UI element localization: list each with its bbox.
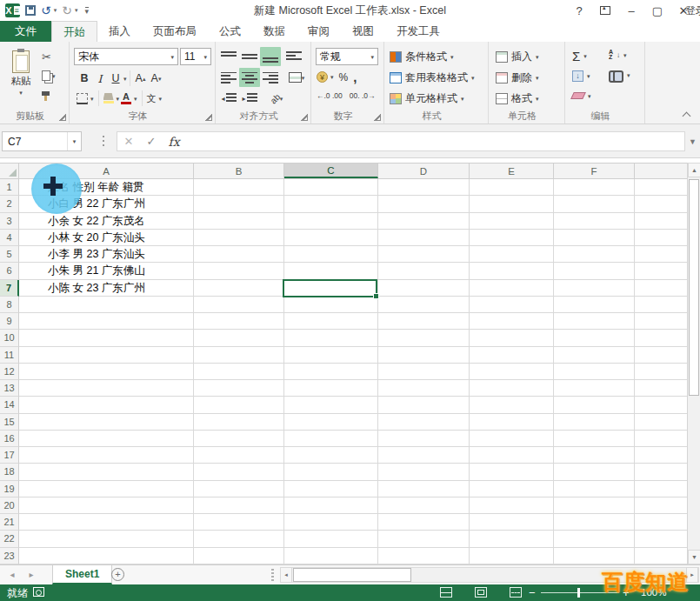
name-box[interactable]: C7 ▾ xyxy=(2,131,82,151)
tab-scroll-splitter[interactable] xyxy=(271,569,274,581)
maximize-button[interactable]: ▢ xyxy=(644,4,670,17)
cell-C18[interactable] xyxy=(284,464,378,480)
borders-button[interactable]: ▾ xyxy=(77,93,94,104)
cell-E4[interactable] xyxy=(470,230,554,246)
cell-F19[interactable] xyxy=(554,481,635,497)
vertical-scroll-thumb[interactable] xyxy=(689,179,699,396)
ribbon-display-options-button[interactable] xyxy=(592,4,618,17)
comma-style-button[interactable]: , xyxy=(353,70,357,84)
cell-D11[interactable] xyxy=(378,347,470,364)
cell-E23[interactable] xyxy=(470,548,554,564)
cell-B2[interactable] xyxy=(194,196,284,212)
cell-E9[interactable] xyxy=(470,313,554,330)
cell-B18[interactable] xyxy=(194,464,284,480)
cell-D9[interactable] xyxy=(378,313,470,330)
sign-in-link[interactable]: 登录 xyxy=(685,0,700,21)
formula-input[interactable] xyxy=(184,131,685,151)
column-header-D[interactable]: D xyxy=(378,164,470,178)
cell-partial-10[interactable] xyxy=(635,330,687,346)
cell-styles-button[interactable]: 单元格样式▾ xyxy=(390,91,464,106)
row-header-16[interactable]: 16 xyxy=(0,431,19,447)
cell-C15[interactable] xyxy=(284,414,378,431)
cell-A10[interactable] xyxy=(19,330,194,346)
grow-font-button[interactable]: A▴ xyxy=(133,70,149,87)
clear-button[interactable]: ▾ xyxy=(572,92,591,99)
cell-A20[interactable] xyxy=(19,497,194,514)
align-middle-button[interactable] xyxy=(239,47,260,66)
cell-A8[interactable] xyxy=(19,297,194,313)
cell-F20[interactable] xyxy=(554,497,635,514)
scroll-left-button[interactable]: ◂ xyxy=(280,567,292,583)
cell-C23[interactable] xyxy=(284,548,378,564)
cell-B23[interactable] xyxy=(194,548,284,564)
cell-A22[interactable] xyxy=(19,531,194,547)
scroll-down-button[interactable]: ▼ xyxy=(688,550,700,564)
cell-F11[interactable] xyxy=(554,347,635,364)
align-center-button[interactable] xyxy=(239,68,260,87)
format-cells-button[interactable]: 格式▾ xyxy=(496,91,539,106)
confirm-entry-button[interactable]: ✓ xyxy=(140,135,163,148)
cell-F6[interactable] xyxy=(554,263,635,279)
cell-F14[interactable] xyxy=(554,397,635,413)
dialog-launcher-icon[interactable] xyxy=(374,114,381,121)
increase-decimal-button[interactable]: ←.0 .00 xyxy=(317,91,343,100)
cell-E21[interactable] xyxy=(470,514,554,531)
row-header-21[interactable]: 21 xyxy=(0,514,19,531)
cell-partial-3[interactable] xyxy=(635,213,687,230)
row-header-14[interactable]: 14 xyxy=(0,397,19,413)
cell-A17[interactable] xyxy=(19,447,194,464)
row-header-8[interactable]: 8 xyxy=(0,297,19,313)
increase-indent-button[interactable]: ▸ xyxy=(239,89,260,108)
row-header-18[interactable]: 18 xyxy=(0,464,19,480)
cell-A18[interactable] xyxy=(19,464,194,480)
cell-E12[interactable] xyxy=(470,364,554,380)
cell-D17[interactable] xyxy=(378,447,470,464)
cell-B22[interactable] xyxy=(194,531,284,547)
copy-button[interactable]: ▾ xyxy=(42,70,56,81)
font-color-button[interactable]: A▾ xyxy=(121,92,137,104)
cell-B17[interactable] xyxy=(194,447,284,464)
row-header-5[interactable]: 5 xyxy=(0,246,19,263)
cell-F17[interactable] xyxy=(554,447,635,464)
cell-F18[interactable] xyxy=(554,464,635,480)
format-as-table-button[interactable]: 套用表格格式▾ xyxy=(390,70,475,85)
percent-style-button[interactable]: % xyxy=(339,71,349,83)
cell-D19[interactable] xyxy=(378,481,470,497)
row-header-19[interactable]: 19 xyxy=(0,481,19,497)
dialog-launcher-icon[interactable] xyxy=(205,114,212,121)
sort-filter-button[interactable]: AZ↓▾ xyxy=(609,50,627,60)
cell-partial-6[interactable] xyxy=(635,263,687,279)
cell-B19[interactable] xyxy=(194,481,284,497)
cell-B8[interactable] xyxy=(194,297,284,313)
collapse-ribbon-button[interactable] xyxy=(683,111,691,118)
cell-C3[interactable] xyxy=(284,213,378,230)
cell-F1[interactable] xyxy=(554,179,635,196)
cell-F23[interactable] xyxy=(554,548,635,564)
cut-button[interactable]: ✂ xyxy=(42,50,51,63)
cell-B5[interactable] xyxy=(194,246,284,263)
cell-D4[interactable] xyxy=(378,230,470,246)
zoom-out-button[interactable]: − xyxy=(529,586,536,599)
cell-B21[interactable] xyxy=(194,514,284,531)
cell-partial-5[interactable] xyxy=(635,246,687,263)
bold-button[interactable]: B xyxy=(77,70,92,87)
cell-A3[interactable]: 小余 女 22 广东茂名 xyxy=(19,213,194,230)
underline-button[interactable]: U xyxy=(108,70,123,87)
cell-E3[interactable] xyxy=(470,213,554,230)
cell-D1[interactable] xyxy=(378,179,470,196)
tab-6[interactable]: 审阅 xyxy=(297,21,341,42)
horizontal-scroll-thumb[interactable] xyxy=(293,568,411,582)
row-header-9[interactable]: 9 xyxy=(0,313,19,330)
font-size-select[interactable]: 11▾ xyxy=(180,48,211,65)
decrease-indent-button[interactable]: ◂ xyxy=(218,89,239,108)
cell-D21[interactable] xyxy=(378,514,470,531)
cell-C4[interactable] xyxy=(284,230,378,246)
wrap-text-button[interactable] xyxy=(283,47,304,66)
find-select-button[interactable]: ▾ xyxy=(609,70,630,80)
cell-partial-12[interactable] xyxy=(635,364,687,380)
cell-C9[interactable] xyxy=(284,313,378,330)
accounting-format-button[interactable]: ¥▾ xyxy=(317,71,334,83)
dialog-launcher-icon[interactable] xyxy=(301,114,308,121)
delete-cells-button[interactable]: 删除▾ xyxy=(496,70,539,85)
cell-E7[interactable] xyxy=(470,280,554,297)
